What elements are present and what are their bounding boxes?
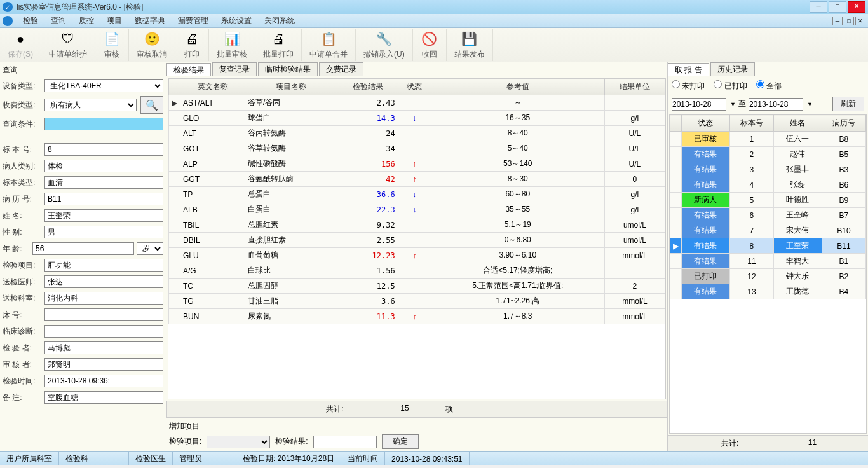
tb-审核取消[interactable]: 🙂审核取消 [129,29,175,61]
cond-input[interactable] [44,118,163,130]
age-unit[interactable]: 岁 [137,242,163,255]
radio-all[interactable]: 全部 [756,80,782,92]
col-参考值[interactable]: 参考值 [431,79,604,95]
menu-关闭系统[interactable]: 关闭系统 [258,14,301,27]
col-检验结果[interactable]: 检验结果 [337,79,398,95]
menu-检验[interactable]: 检验 [17,14,44,27]
add-result-input[interactable] [313,436,377,448]
app-icon: ✓ [3,2,13,12]
col-项目名称[interactable]: 项目名称 [245,79,337,95]
grid-row[interactable]: TC 总胆固醇 12.5 5.正常范围<高1.71;临界值: 2 [169,279,665,294]
report-row[interactable]: ▶ 有结果 8 王奎荣 B11 [670,238,866,254]
grid-row[interactable]: TG 甘油三脂 3.6 1.71~2.26;高 mmol/L [169,294,665,309]
add-proj-select[interactable] [207,436,270,448]
rcol-病历号[interactable]: 病历号 [822,115,865,132]
mdi-max-button[interactable]: □ [844,17,854,25]
menu-系统设置[interactable]: 系统设置 [215,14,258,27]
grid-row[interactable]: TP 总蛋白 36.6 ↓ 60～80 g/l [169,187,665,202]
result-grid[interactable]: 英文名称项目名称检验结果状态参考值结果单位 ▶ AST/ALT 谷草/谷丙 2.… [168,78,666,399]
grid-row[interactable]: A/G 白球比 1.56 合适<5.17;轻度增高; [169,263,665,279]
grid-row[interactable]: DBIL 直接胆红素 2.55 0～6.80 umol/L [169,233,665,248]
menu-漏费管理[interactable]: 漏费管理 [172,14,215,27]
tb-申请单维护[interactable]: 🛡申请单维护 [41,29,95,61]
menu-数据字典[interactable]: 数据字典 [128,14,172,27]
tab-交费记录[interactable]: 交费记录 [319,62,363,76]
radio-printed[interactable]: 已打印 [714,80,747,92]
pf-input[interactable] [44,341,163,354]
report-row[interactable]: 有结果 7 宋大伟 B10 [670,223,866,238]
tb-审核[interactable]: 📄审核 [95,29,129,61]
close-button[interactable]: ✕ [848,1,865,13]
mdi-close-button[interactable]: ✕ [855,17,865,25]
tb-收回[interactable]: 🚫收回 [413,29,447,61]
report-row[interactable]: 有结果 6 王全峰 B7 [670,208,866,223]
report-row[interactable]: 有结果 3 张墨丰 B3 [670,162,866,177]
report-row[interactable]: 有结果 2 赵伟 B5 [670,147,866,162]
pf-input[interactable] [44,226,163,238]
pf-input[interactable] [44,325,163,338]
date-to[interactable] [749,98,803,111]
report-row[interactable]: 新病人 5 叶德胜 B9 [670,193,866,208]
menu-项目[interactable]: 项目 [100,14,128,27]
grid-row[interactable]: ALT 谷丙转氨酶 24 8～40 U/L [169,126,665,141]
report-row[interactable]: 有结果 4 张磊 B6 [670,177,866,193]
pf-input[interactable] [44,275,163,288]
tb-申请单合并[interactable]: 📋申请单合并 [302,29,356,61]
report-row[interactable]: 已审核 1 伍六一 B8 [670,132,866,147]
search-button[interactable]: 🔍 [140,96,163,114]
tb-保存(S)[interactable]: ●保存(S) [0,29,41,61]
mdi-min-button[interactable]: ─ [832,17,843,25]
grid-row[interactable]: GOT 谷草转氨酶 34 5～40 U/L [169,141,665,156]
report-row[interactable]: 有结果 13 王陇德 B4 [670,284,866,299]
tb-撤销录入(U)[interactable]: 🔧撤销录入(U) [356,29,413,61]
pf-input[interactable] [44,259,163,272]
rtab-取 报 告[interactable]: 取 报 告 [668,63,709,76]
tab-复查记录[interactable]: 复查记录 [212,62,257,76]
rcol-姓名[interactable]: 姓名 [773,115,822,132]
report-grid[interactable]: 状态标本号姓名病历号 已审核 1 伍六一 B8 有结果 2 赵伟 B5 有结果 … [669,114,867,434]
minimize-button[interactable]: ─ [810,1,827,13]
menu-查询[interactable]: 查询 [44,14,72,27]
pf-input[interactable] [44,391,163,404]
device-select[interactable]: 生化TBA-40FR [44,79,163,92]
pf-input[interactable] [44,375,163,387]
grid-row[interactable]: ALB 白蛋白 22.3 ↓ 35～55 g/l [169,202,665,217]
pf-input[interactable] [44,143,163,156]
pf-input[interactable] [44,308,163,321]
rcol-标本号[interactable]: 标本号 [729,115,773,132]
rcol-状态[interactable]: 状态 [682,115,730,132]
grid-row[interactable]: ALP 碱性磷酸酶 156 ↑ 53～140 U/L [169,156,665,172]
tb-结果发布[interactable]: 💾结果发布 [447,29,493,61]
pf-input[interactable] [44,160,163,172]
date-from[interactable] [672,98,726,111]
grid-row[interactable]: GLU 血葡萄糖 12.23 ↑ 3.90～6.10 mmol/L [169,248,665,263]
menu-质控[interactable]: 质控 [72,14,100,27]
fee-select[interactable]: 所有病人 [44,99,137,111]
pf-input[interactable] [32,242,134,255]
tb-批量审核[interactable]: 📊批量审核 [209,29,255,61]
grid-row[interactable]: TBIL 总胆红素 9.32 5.1～19 umol/L [169,217,665,233]
tab-临时检验结果[interactable]: 临时检验结果 [258,62,318,76]
grid-row[interactable]: GGT 谷氨酰转肽酶 42 ↑ 8～30 0 [169,172,665,187]
pf-input[interactable] [44,193,163,205]
report-row[interactable]: 已打印 12 钟大乐 B2 [670,269,866,284]
col-英文名称[interactable]: 英文名称 [180,79,245,95]
grid-row[interactable]: GLO 球蛋白 14.3 ↓ 16～35 g/l [169,111,665,126]
tab-检验结果[interactable]: 检验结果 [166,63,211,76]
tb-批量打印[interactable]: 🖨批量打印 [255,29,302,61]
grid-row[interactable]: ▶ AST/ALT 谷草/谷丙 2.43 ～ [169,95,665,111]
pf-input[interactable] [44,358,163,371]
report-row[interactable]: 有结果 11 李鹤大 B1 [670,254,866,269]
col-结果单位[interactable]: 结果单位 [604,79,665,95]
grid-row[interactable]: BUN 尿素氮 11.3 ↑ 1.7～8.3 mmol/L [169,309,665,324]
refresh-button[interactable]: 刷新 [832,97,864,111]
pf-input[interactable] [44,292,163,305]
col-状态[interactable]: 状态 [398,79,431,95]
radio-unprint[interactable]: 未打印 [672,80,705,92]
rtab-历史记录[interactable]: 历史记录 [710,62,755,76]
pf-input[interactable] [44,209,163,222]
tb-打印[interactable]: 🖨打印 [175,29,209,61]
add-confirm-button[interactable]: 确定 [382,434,419,449]
maximize-button[interactable]: □ [829,1,846,13]
pf-input[interactable] [44,176,163,189]
